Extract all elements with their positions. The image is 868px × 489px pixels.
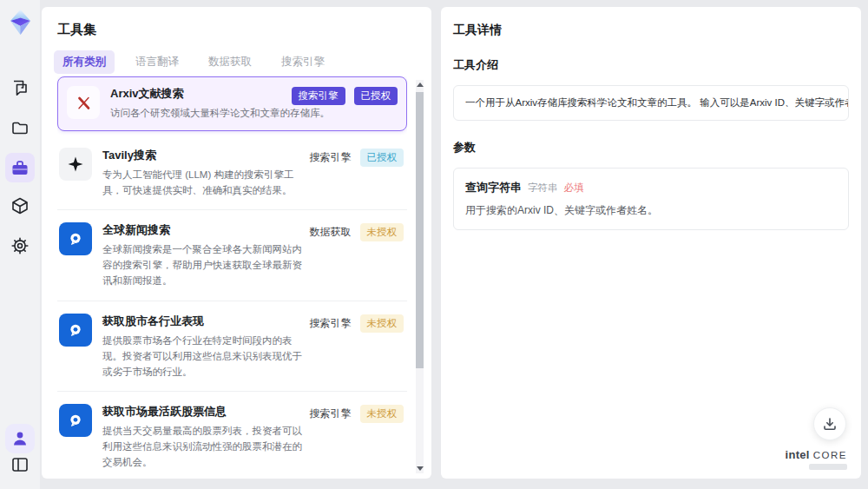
arxiv-logo-icon	[67, 86, 100, 119]
brand-intel: intel	[786, 448, 810, 461]
tool-title: 获取市场最活跃股票信息	[102, 404, 305, 420]
detail-title: 工具详情	[453, 23, 849, 38]
gear-icon	[10, 236, 30, 255]
scroll-down-arrow[interactable]	[417, 466, 424, 471]
tab-all-categories[interactable]: 所有类别	[54, 50, 115, 74]
category-badge: 搜索引擎	[292, 87, 345, 105]
tool-description: 全球新闻搜索是一个聚合全球各大新闻网站内容的搜索引擎，帮助用户快速获取全球最新资…	[102, 242, 304, 288]
brand-core: CORE	[813, 450, 847, 460]
app-logo	[5, 7, 35, 36]
sidebar-item-files[interactable]	[5, 113, 35, 142]
left-rail	[0, 0, 40, 489]
param-card: 查询字符串 字符串 必填 用于搜索的Arxiv ID、关键字或作者姓名。	[453, 168, 849, 230]
sidebar-item-profile[interactable]	[5, 424, 35, 453]
scroll-up-arrow[interactable]	[417, 83, 424, 87]
tab-language-translation[interactable]: 语言翻译	[127, 50, 187, 74]
sidebar-item-toolbox[interactable]	[5, 153, 35, 182]
tool-description: 专为人工智能代理 (LLM) 构建的搜索引擎工具，可快速提供实时、准确和真实的结…	[102, 168, 304, 199]
tool-detail-panel: 工具详情 工具介绍 一个用于从Arxiv存储库搜索科学论文和文章的工具。 输入可…	[441, 7, 861, 479]
param-description: 用于搜索的Arxiv ID、关键字或作者姓名。	[465, 203, 837, 218]
page-title: 工具集	[57, 22, 96, 38]
auth-badge: 未授权	[360, 405, 404, 423]
auth-badge: 已授权	[360, 149, 404, 167]
tab-search-engine[interactable]: 搜索引擎	[273, 50, 333, 74]
news-search-icon	[59, 404, 92, 437]
tool-list: Arxiv文献搜索 访问各个研究领域大量科学论文和文章的存储库。 搜索引擎 已授…	[57, 76, 407, 479]
cube-icon	[10, 196, 30, 215]
sidebar-item-settings[interactable]	[5, 231, 35, 261]
sidebar-item-chat[interactable]	[5, 73, 35, 102]
param-name: 查询字符串	[465, 180, 522, 195]
news-search-icon	[59, 222, 92, 255]
app-logo-icon	[9, 9, 32, 36]
scrollbar-thumb[interactable]	[416, 92, 424, 368]
category-label: 搜索引擎	[310, 316, 352, 331]
category-label: 搜索引擎	[310, 150, 352, 165]
tavily-star-icon	[59, 148, 92, 181]
tool-title: 获取股市各行业表现	[102, 314, 305, 329]
intro-heading: 工具介绍	[453, 57, 849, 73]
chat-icon	[10, 79, 30, 97]
tool-card-sector-performance[interactable]: 获取股市各行业表现 提供股票市场各个行业在特定时间段内的表现。投资者可以利用这些…	[57, 301, 407, 392]
brand-ultra-mark	[809, 464, 847, 470]
tool-list-panel: 工具集 所有类别 语言翻译 数据获取 搜索引擎 Arxiv文献搜索 访问各个研究…	[42, 7, 431, 479]
tool-title: 全球新闻搜索	[102, 222, 305, 238]
auth-badge: 未授权	[360, 223, 404, 241]
briefcase-icon	[10, 159, 30, 177]
list-scrollbar[interactable]	[416, 80, 424, 473]
category-label: 数据获取	[310, 225, 352, 240]
sidebar-item-collapse[interactable]	[5, 450, 35, 479]
auth-badge: 已授权	[354, 87, 398, 105]
collapse-panel-icon	[10, 456, 30, 473]
category-tabs: 所有类别 语言翻译 数据获取 搜索引擎	[54, 50, 405, 74]
user-icon	[11, 430, 29, 447]
tool-description: 访问各个研究领域大量科学论文和文章的存储库。	[110, 106, 286, 122]
tool-card-active-stocks[interactable]: 获取市场最活跃股票信息 提供当天交易量最高的股票列表，投资者可以利用这些信息来识…	[57, 392, 407, 479]
param-type: 字符串	[528, 182, 558, 195]
tab-data-fetch[interactable]: 数据获取	[200, 50, 260, 74]
tool-description: 提供股票市场各个行业在特定时间段内的表现。投资者可以利用这些信息来识别表现优于或…	[102, 334, 304, 380]
intro-text: 一个用于从Arxiv存储库搜索科学论文和文章的工具。 输入可以是Arxiv ID…	[453, 85, 849, 121]
news-search-icon	[59, 314, 92, 347]
folder-icon	[10, 119, 30, 136]
download-button[interactable]	[813, 407, 846, 440]
param-required-flag: 必填	[564, 182, 584, 195]
sidebar-item-models[interactable]	[5, 191, 35, 221]
tool-title: Tavily搜索	[102, 148, 305, 163]
tool-card-tavily[interactable]: Tavily搜索 专为人工智能代理 (LLM) 构建的搜索引擎工具，可快速提供实…	[57, 135, 407, 211]
tool-description: 提供当天交易量最高的股票列表，投资者可以利用这些信息来识别流动性强的股票和潜在的…	[102, 424, 304, 470]
category-label: 搜索引擎	[310, 406, 352, 421]
download-icon	[821, 416, 838, 433]
tool-card-arxiv[interactable]: Arxiv文献搜索 访问各个研究领域大量科学论文和文章的存储库。 搜索引擎 已授…	[57, 76, 407, 131]
tool-title: Arxiv文献搜索	[110, 86, 286, 102]
auth-badge: 未授权	[360, 314, 404, 333]
params-heading: 参数	[453, 140, 849, 155]
intel-core-logo: intelCORE	[786, 448, 847, 470]
tool-card-global-news[interactable]: 全球新闻搜索 全球新闻搜索是一个聚合全球各大新闻网站内容的搜索引擎，帮助用户快速…	[57, 210, 407, 301]
